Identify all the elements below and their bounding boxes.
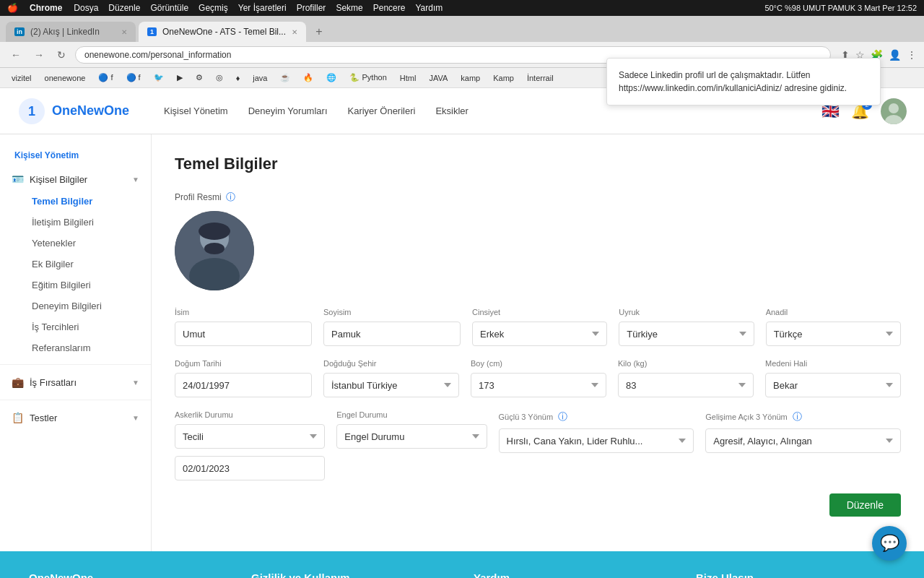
logo-icon: 1 — [17, 97, 46, 126]
form-group-cinsiyet: Cinsiyet Erkek Kadın — [472, 308, 607, 346]
dogum-tarihi-label: Doğum Tarihi — [175, 359, 312, 368]
anadil-select[interactable]: Türkçe — [766, 322, 901, 346]
profile-photo[interactable] — [175, 211, 254, 290]
sidebar-item-yetenekler[interactable]: Yetenekler — [0, 233, 151, 254]
new-tab-button[interactable]: + — [309, 22, 329, 42]
dogum-tarihi-input[interactable] — [175, 373, 312, 397]
menu-sekme[interactable]: Sekme — [336, 3, 362, 13]
bookmark-python[interactable]: 🐍 Python — [345, 72, 391, 84]
mac-menubar: 🍎 Chrome Dosya Düzenle Görüntüle Geçmiş … — [0, 0, 924, 16]
menu-duzenle[interactable]: Düzenle — [108, 3, 140, 13]
form-group-askerlik: Askerlik Durumu Tecili — [175, 410, 325, 480]
tab-close-onenewone[interactable]: ✕ — [292, 28, 297, 36]
bookmark-java[interactable]: java — [248, 72, 271, 84]
tab-linkedin[interactable]: in (2) Akış | LinkedIn ✕ — [6, 22, 136, 42]
sidebar-item-deneyim-bilgileri[interactable]: Deneyim Bilgileri — [0, 296, 151, 316]
uyruk-select[interactable]: Türkiye — [619, 322, 754, 346]
bookmark-coffee[interactable]: ☕ — [276, 72, 295, 84]
profile-icon[interactable]: 👤 — [889, 49, 901, 61]
nav-deneyim-yorumlari[interactable]: Deneyim Yorumları — [248, 105, 328, 116]
form-group-anadil: Anadil Türkçe — [766, 308, 901, 346]
sidebar-item-testler[interactable]: 📋 Testler ▼ — [0, 406, 151, 429]
bookmark-vizitel[interactable]: vizitel — [7, 72, 36, 84]
bookmark-circle[interactable]: ◎ — [212, 72, 227, 84]
menu-dosya[interactable]: Dosya — [74, 3, 98, 13]
logo-text[interactable]: OneNewOne — [52, 103, 129, 118]
guclu-label: Güçlü 3 Yönüm ⓘ — [499, 410, 694, 423]
bookmark-fire[interactable]: 🔥 — [299, 72, 318, 84]
menu-yardim[interactable]: Yardım — [415, 3, 443, 13]
tab-close-linkedin[interactable]: ✕ — [121, 28, 127, 36]
bookmark-diamond[interactable]: ♦ — [232, 72, 245, 84]
menu-icon[interactable]: ⋮ — [907, 49, 917, 61]
chat-button[interactable]: 💬 — [872, 526, 907, 561]
soyisim-input[interactable] — [323, 322, 461, 346]
menu-gecmis[interactable]: Geçmiş — [199, 3, 228, 13]
sidebar-item-egitim-bilgileri[interactable]: Eğitim Bilgileri — [0, 275, 151, 296]
gelisim-label: Gelişime Açık 3 Yönüm ⓘ — [705, 410, 901, 423]
cinsiyet-select[interactable]: Erkek Kadın — [472, 322, 607, 346]
askerlik-date-input[interactable] — [175, 456, 325, 480]
guclu-select[interactable]: Hırslı, Cana Yakın, Lider Ruhlu... — [499, 428, 694, 453]
gelisim-select[interactable]: Agresif, Alayıcı, Alıngan — [705, 428, 901, 453]
bookmark-interrail[interactable]: İnterrail — [523, 72, 558, 84]
notification-popup: Sadece Linkedin profil url de çalışmakta… — [606, 58, 881, 105]
form-group-soyisim: Soyisim — [323, 308, 461, 346]
logo-area: 1 OneNewOne — [17, 97, 129, 126]
sidebar-item-is-firsatlari[interactable]: 💼 İş Fırsatları ▼ — [0, 371, 151, 394]
uyruk-label: Uyruk — [619, 308, 754, 316]
bookmark-kamp[interactable]: kamp — [456, 72, 484, 84]
sidebar-item-is-tercihleri[interactable]: İş Tercihleri — [0, 316, 151, 337]
profile-photo-info-icon[interactable]: ⓘ — [226, 191, 235, 204]
bookmark-globe[interactable]: 🌐 — [322, 72, 341, 84]
kilo-select[interactable]: 83 — [618, 373, 754, 397]
cinsiyet-label: Cinsiyet — [472, 308, 607, 316]
kilo-label: Kilo (kg) — [618, 359, 754, 368]
nav-eksikler[interactable]: Eksikler — [435, 105, 468, 116]
gelisim-info-icon[interactable]: ⓘ — [793, 411, 802, 422]
menu-goruntule[interactable]: Görüntüle — [150, 3, 188, 13]
isim-input[interactable] — [175, 322, 312, 346]
menu-yer-isaretleri[interactable]: Yer İşaretleri — [238, 3, 287, 13]
boy-label: Boy (cm) — [471, 359, 606, 368]
sidebar-item-kisisel-bilgiler[interactable]: 🪪 Kişisel Bilgiler ▼ — [0, 168, 151, 191]
form-group-engel: Engel Durumu Engel Durumu — [336, 410, 487, 480]
medeni-hali-select[interactable]: Bekar — [765, 373, 901, 397]
nav-kariyer-onerileri[interactable]: Kariyer Önerileri — [348, 105, 416, 116]
bookmark-javatext[interactable]: JAVA — [424, 72, 452, 84]
bookmark-fb2[interactable]: 🔵 f — [122, 72, 145, 84]
duzenle-button[interactable]: Düzenle — [829, 493, 901, 517]
back-button[interactable]: ← — [7, 48, 25, 62]
askerlik-select[interactable]: Tecili — [175, 424, 325, 449]
engel-select[interactable]: Engel Durumu — [336, 424, 487, 449]
menu-pencere[interactable]: Pencere — [373, 3, 406, 13]
tab-bar: in (2) Akış | LinkedIn ✕ 1 OneNewOne - A… — [0, 16, 924, 42]
menu-profiller[interactable]: Profiller — [297, 3, 326, 13]
form-group-guclu: Güçlü 3 Yönüm ⓘ Hırslı, Cana Yakın, Lide… — [499, 410, 694, 480]
bookmark-gear[interactable]: ⚙ — [191, 72, 207, 84]
svg-text:1: 1 — [28, 104, 35, 118]
dogdugu-sehir-label: Doğduğu Şehir — [323, 359, 459, 368]
svg-point-9 — [199, 223, 230, 240]
bookmark-onenewone[interactable]: onenewone — [40, 72, 90, 84]
bookmark-fb1[interactable]: 🔵 f — [94, 72, 117, 84]
sidebar-item-ek-bilgiler[interactable]: Ek Bilgiler — [0, 254, 151, 275]
footer-col1-title: OneNewOne — [29, 571, 228, 578]
bookmark-twitter[interactable]: 🐦 — [149, 72, 168, 84]
sidebar-item-iletisim-bilgileri[interactable]: İletişim Bilgileri — [0, 212, 151, 233]
bookmark-youtube[interactable]: ▶ — [173, 72, 187, 84]
dogdugu-sehir-select[interactable]: İstanbul Türkiye — [323, 373, 459, 397]
testler-icon: 📋 — [12, 412, 24, 423]
forward-button[interactable]: → — [30, 48, 48, 62]
nav-kisisel-yonetim[interactable]: Kişisel Yönetim — [164, 105, 228, 116]
sidebar-item-referanslarim[interactable]: Referanslarım — [0, 337, 151, 358]
reload-button[interactable]: ↻ — [53, 48, 69, 62]
guclu-info-icon[interactable]: ⓘ — [558, 411, 567, 422]
status-text: 50°C %98 UMUT PAMUK 3 Mart Per 12:52 — [764, 4, 917, 12]
sidebar-item-temel-bilgiler[interactable]: Temel Bilgiler — [0, 191, 151, 212]
boy-select[interactable]: 173 — [471, 373, 606, 397]
bookmark-html[interactable]: Html — [396, 72, 421, 84]
bookmark-kamp2[interactable]: Kamp — [489, 72, 518, 84]
tab-onenewone[interactable]: 1 OneNewOne - ATS - Temel Bil... ✕ — [139, 22, 306, 42]
user-avatar[interactable] — [881, 98, 907, 124]
